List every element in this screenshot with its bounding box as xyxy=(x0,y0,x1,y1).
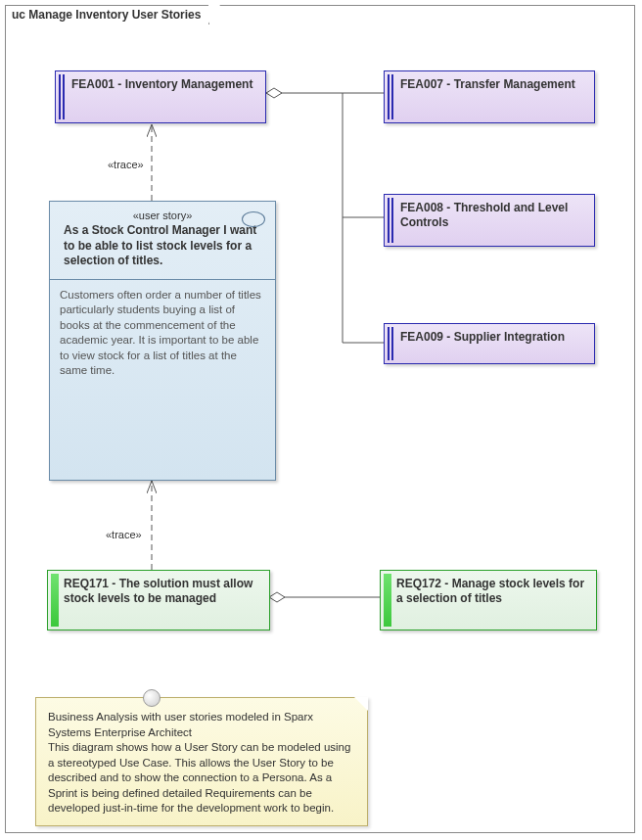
note-handle-icon xyxy=(143,689,160,707)
user-story-title: As a Stock Control Manager I want to be … xyxy=(60,223,265,269)
feature-label: FEA001 - Inventory Management xyxy=(71,77,259,92)
feature-fea001[interactable]: FEA001 - Inventory Management xyxy=(55,70,266,123)
diagram-title-tab: uc Manage Inventory User Stories xyxy=(5,5,209,24)
feature-label: FEA008 - Threshold and Level Controls xyxy=(400,201,588,230)
diagram-canvas: uc Manage Inventory User Stories FEA001 … xyxy=(0,0,642,840)
requirement-label: REQ171 - The solution must allow stock l… xyxy=(64,577,263,606)
trace-label-2: «trace» xyxy=(106,529,142,540)
user-story-header: «user story» As a Stock Control Manager … xyxy=(50,202,275,280)
requirement-req171[interactable]: REQ171 - The solution must allow stock l… xyxy=(47,570,270,630)
feature-label: FEA007 - Transfer Management xyxy=(400,77,588,92)
requirement-req172[interactable]: REQ172 - Manage stock levels for a selec… xyxy=(380,570,597,630)
feature-label: FEA009 - Supplier Integration xyxy=(400,330,588,345)
feature-stripe xyxy=(388,74,393,119)
requirement-label: REQ172 - Manage stock levels for a selec… xyxy=(396,577,590,606)
diagram-note[interactable]: Business Analysis with user stories mode… xyxy=(35,697,368,826)
usecase-icon xyxy=(242,211,265,227)
note-dogear xyxy=(354,697,368,711)
requirement-stripe xyxy=(384,574,391,627)
user-story-body: Customers often order a number of titles… xyxy=(50,280,275,387)
feature-fea009[interactable]: FEA009 - Supplier Integration xyxy=(384,323,595,364)
user-story-node[interactable]: «user story» As a Stock Control Manager … xyxy=(49,201,276,481)
trace-label-1: «trace» xyxy=(108,159,144,170)
feature-fea008[interactable]: FEA008 - Threshold and Level Controls xyxy=(384,194,595,247)
user-story-stereotype: «user story» xyxy=(60,210,265,221)
feature-stripe xyxy=(59,74,65,119)
requirement-stripe xyxy=(51,574,59,627)
diagram-title: uc Manage Inventory User Stories xyxy=(12,8,201,22)
note-text: Business Analysis with user stories mode… xyxy=(36,698,367,826)
feature-fea007[interactable]: FEA007 - Transfer Management xyxy=(384,70,595,123)
feature-stripe xyxy=(388,327,393,360)
feature-stripe xyxy=(388,198,393,243)
